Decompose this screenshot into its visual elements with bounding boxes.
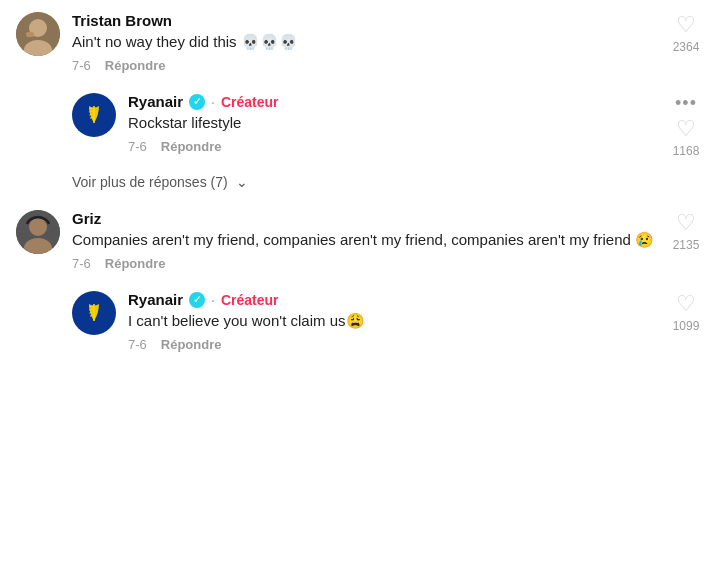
reply-ryanair-1: Ryanair ✓ · Créateur Rockstar lifestyle … xyxy=(72,93,704,158)
like-section-ryanair-2: ♡ 1099 xyxy=(668,291,704,333)
reply-button-tristan[interactable]: Répondre xyxy=(105,58,166,73)
creator-label-ryanair-2: Créateur xyxy=(221,292,279,308)
like-section-ryanair-1: ••• ♡ 1168 xyxy=(668,93,704,158)
verified-badge-ryanair-2: ✓ xyxy=(189,292,205,308)
heart-icon-ryanair-1[interactable]: ♡ xyxy=(676,116,696,142)
show-more-text: Voir plus de réponses (7) xyxy=(72,174,228,190)
username-tristan: Tristan Brown xyxy=(72,12,172,29)
comments-container: Tristan Brown Ain't no way they did this… xyxy=(0,0,720,380)
comment-text-tristan: Ain't no way they did this 💀💀💀 xyxy=(72,31,656,52)
username-ryanair-1: Ryanair xyxy=(128,93,183,110)
creator-label-ryanair-1: Créateur xyxy=(221,94,279,110)
svg-line-19 xyxy=(90,316,94,317)
comment-content-griz: Griz Companies aren't my friend, compani… xyxy=(72,210,656,271)
svg-point-12 xyxy=(29,218,47,236)
like-section-griz: ♡ 2135 xyxy=(668,210,704,271)
comment-content-tristan: Tristan Brown Ain't no way they did this… xyxy=(72,12,656,73)
chevron-down-icon: ⌄ xyxy=(236,174,248,190)
username-griz: Griz xyxy=(72,210,101,227)
comment-meta-ryanair-2: 7-6 Répondre xyxy=(128,337,656,352)
comment-date-griz: 7-6 xyxy=(72,256,91,271)
show-more-replies[interactable]: Voir plus de réponses (7) ⌄ xyxy=(72,174,704,190)
more-options-icon-ryanair-1[interactable]: ••• xyxy=(675,93,697,114)
reply-button-ryanair-2[interactable]: Répondre xyxy=(161,337,222,352)
like-count-ryanair-2: 1099 xyxy=(673,319,700,333)
comment-griz: Griz Companies aren't my friend, compani… xyxy=(16,210,704,271)
comment-text-griz: Companies aren't my friend, companies ar… xyxy=(72,229,656,250)
comment-tristan: Tristan Brown Ain't no way they did this… xyxy=(16,12,704,73)
comment-date-tristan: 7-6 xyxy=(72,58,91,73)
heart-icon-ryanair-2[interactable]: ♡ xyxy=(676,291,696,317)
comment-header-tristan: Tristan Brown xyxy=(72,12,656,29)
comment-text-ryanair-1: Rockstar lifestyle xyxy=(128,112,656,133)
like-count-griz: 2135 xyxy=(673,238,700,252)
like-section-tristan: ♡ 2364 xyxy=(668,12,704,73)
svg-line-10 xyxy=(90,118,94,119)
avatar-tristan[interactable] xyxy=(16,12,60,56)
comment-meta-griz: 7-6 Répondre xyxy=(72,256,656,271)
comment-header-ryanair-2: Ryanair ✓ · Créateur xyxy=(128,291,656,308)
comment-content-ryanair-2: Ryanair ✓ · Créateur I can't believe you… xyxy=(128,291,656,352)
avatar-ryanair-1[interactable] xyxy=(72,93,116,137)
reply-ryanair-2: Ryanair ✓ · Créateur I can't believe you… xyxy=(72,291,704,352)
like-count-tristan: 2364 xyxy=(673,40,700,54)
username-ryanair-2: Ryanair xyxy=(128,291,183,308)
comment-header-ryanair-1: Ryanair ✓ · Créateur xyxy=(128,93,656,110)
comment-date-ryanair-1: 7-6 xyxy=(128,139,147,154)
comment-date-ryanair-2: 7-6 xyxy=(128,337,147,352)
comment-meta-tristan: 7-6 Répondre xyxy=(72,58,656,73)
reply-button-ryanair-1[interactable]: Répondre xyxy=(161,139,222,154)
comment-header-griz: Griz xyxy=(72,210,656,227)
comment-meta-ryanair-1: 7-6 Répondre xyxy=(128,139,656,154)
reply-button-griz[interactable]: Répondre xyxy=(105,256,166,271)
comment-text-ryanair-2: I can't believe you won't claim us😩 xyxy=(128,310,656,331)
avatar-ryanair-2[interactable] xyxy=(72,291,116,335)
avatar-griz[interactable] xyxy=(16,210,60,254)
verified-badge-ryanair-1: ✓ xyxy=(189,94,205,110)
heart-icon-griz[interactable]: ♡ xyxy=(676,210,696,236)
like-count-ryanair-1: 1168 xyxy=(673,144,700,158)
svg-rect-4 xyxy=(26,32,34,37)
heart-icon-tristan[interactable]: ♡ xyxy=(676,12,696,38)
comment-content-ryanair-1: Ryanair ✓ · Créateur Rockstar lifestyle … xyxy=(128,93,656,154)
